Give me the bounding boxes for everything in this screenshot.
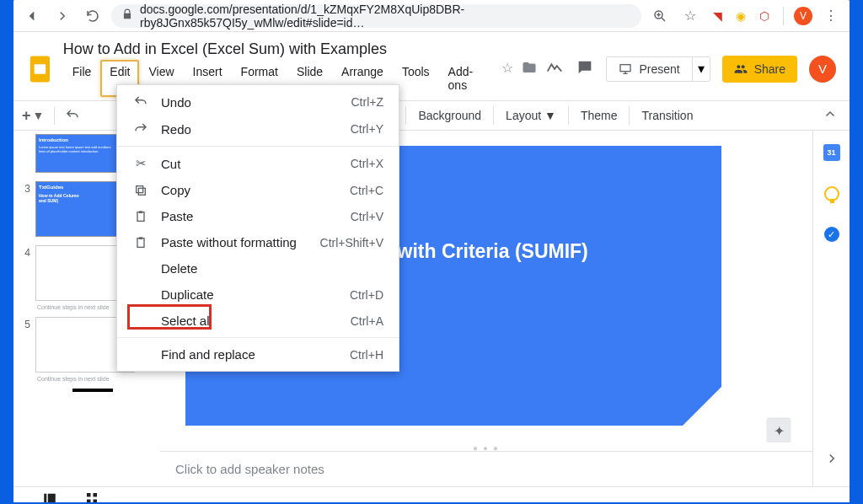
svg-rect-11: [87, 493, 91, 497]
browser-profile-avatar[interactable]: V: [794, 7, 812, 25]
menu-item-duplicate[interactable]: Duplicate Ctrl+D: [117, 281, 399, 308]
svg-rect-12: [94, 493, 98, 497]
keep-icon[interactable]: [824, 186, 839, 201]
present-button[interactable]: Present: [607, 57, 691, 81]
extension-icon-1[interactable]: ◥: [709, 8, 726, 24]
activity-icon[interactable]: [545, 58, 564, 80]
side-panel: 31 ✓: [812, 131, 850, 486]
svg-rect-9: [44, 493, 46, 502]
menu-item-paste-no-format[interactable]: Paste without formatting Ctrl+Shift+V: [117, 229, 399, 255]
collapse-toolbar-button[interactable]: [823, 107, 846, 125]
divider: [568, 106, 569, 125]
cut-icon: ✂: [132, 156, 149, 171]
menu-divider: [117, 337, 399, 338]
undo-button[interactable]: [60, 105, 85, 126]
share-label: Share: [754, 62, 785, 76]
divider: [405, 106, 406, 125]
menu-file[interactable]: File: [63, 60, 101, 97]
extension-icon-2[interactable]: ◉: [732, 8, 749, 24]
grid-view-icon[interactable]: [84, 491, 99, 503]
zoom-icon[interactable]: [648, 4, 672, 28]
thumb-number: 3: [19, 181, 30, 237]
back-button[interactable]: [20, 4, 44, 28]
redo-icon: [132, 121, 149, 137]
svg-rect-17: [137, 212, 144, 221]
filmstrip-view-icon[interactable]: [42, 491, 57, 503]
svg-line-1: [662, 18, 665, 21]
transition-button[interactable]: Transition: [635, 105, 700, 126]
menu-item-find-replace[interactable]: Find and replace Ctrl+H: [117, 341, 399, 367]
slides-logo-icon[interactable]: [25, 54, 55, 84]
bookmark-star-icon[interactable]: ☆: [678, 4, 702, 28]
divider: [783, 7, 784, 25]
theme-button[interactable]: Theme: [574, 105, 624, 126]
present-label: Present: [639, 62, 679, 76]
thumb-number: 5: [19, 317, 30, 373]
menu-item-delete[interactable]: Delete: [117, 255, 399, 281]
svg-rect-19: [137, 238, 144, 247]
present-dropdown-button[interactable]: ▾: [692, 57, 710, 81]
menu-tools[interactable]: Tools: [393, 60, 439, 97]
thumb-number: 4: [19, 245, 30, 301]
paste-plain-icon: [132, 236, 149, 249]
lock-icon: [121, 8, 133, 23]
menu-item-paste[interactable]: Paste Ctrl+V: [117, 203, 399, 229]
divider: [493, 106, 494, 125]
continue-annotation: Continue steps in next slide: [37, 376, 159, 382]
reload-button[interactable]: [81, 4, 105, 28]
star-icon[interactable]: ☆: [501, 60, 513, 78]
layout-button[interactable]: Layout ▼: [499, 105, 563, 126]
svg-rect-16: [137, 185, 143, 192]
menu-item-copy[interactable]: Copy Ctrl+C: [117, 177, 399, 203]
calendar-icon[interactable]: 31: [823, 144, 840, 161]
view-mode-bar: [13, 486, 850, 502]
divider: [629, 106, 630, 125]
menu-item-cut[interactable]: ✂ Cut Ctrl+X: [117, 150, 399, 177]
url-text: docs.google.com/presentation/d/1_kZMqxFY…: [140, 3, 631, 29]
background-button[interactable]: Background: [411, 105, 488, 126]
browser-menu-button[interactable]: ⋮: [819, 4, 843, 28]
page-fold-decoration: [683, 387, 721, 426]
menu-divider: [117, 146, 399, 147]
menu-addons[interactable]: Add-ons: [439, 60, 487, 97]
account-avatar[interactable]: V: [809, 56, 836, 83]
svg-rect-6: [620, 64, 630, 71]
menu-item-undo[interactable]: Undo Ctrl+Z: [117, 88, 399, 115]
svg-rect-13: [87, 499, 91, 502]
menu-item-select-all[interactable]: Select all Ctrl+A: [117, 308, 399, 334]
svg-rect-20: [139, 237, 142, 239]
notes-resize-handle[interactable]: ● ● ●: [160, 444, 812, 451]
svg-rect-5: [35, 64, 46, 74]
thumbnail-scrubber: [72, 389, 113, 392]
document-title[interactable]: How to Add in Excel (Excel Sum) with Exa…: [63, 40, 487, 58]
svg-rect-15: [138, 188, 145, 195]
share-button[interactable]: Share: [722, 56, 797, 83]
comments-icon[interactable]: [576, 58, 594, 80]
browser-toolbar: docs.google.com/presentation/d/1_kZMqxFY…: [13, 0, 850, 32]
menu-item-redo[interactable]: Redo Ctrl+Y: [117, 115, 399, 142]
forward-button[interactable]: [51, 4, 74, 28]
explore-button[interactable]: ✦: [767, 419, 791, 442]
address-bar[interactable]: docs.google.com/presentation/d/1_kZMqxFY…: [111, 4, 641, 28]
tasks-icon[interactable]: ✓: [824, 227, 839, 242]
show-sidepanel-button[interactable]: [824, 451, 839, 469]
divider: [54, 106, 55, 125]
edit-menu-dropdown: Undo Ctrl+Z Redo Ctrl+Y ✂ Cut Ctrl+X Cop…: [116, 84, 399, 372]
thumb-number: [19, 134, 30, 173]
move-folder-icon[interactable]: [522, 60, 537, 78]
new-slide-button[interactable]: + ▼: [17, 104, 49, 128]
extension-icon-3[interactable]: ⬡: [756, 8, 773, 24]
speaker-notes[interactable]: Click to add speaker notes: [160, 451, 812, 486]
paste-icon: [132, 210, 149, 223]
svg-rect-18: [139, 211, 142, 213]
svg-rect-14: [94, 499, 98, 502]
copy-icon: [132, 184, 149, 197]
present-button-group: Present ▾: [606, 56, 710, 82]
undo-icon: [132, 94, 149, 110]
svg-rect-10: [48, 493, 56, 502]
